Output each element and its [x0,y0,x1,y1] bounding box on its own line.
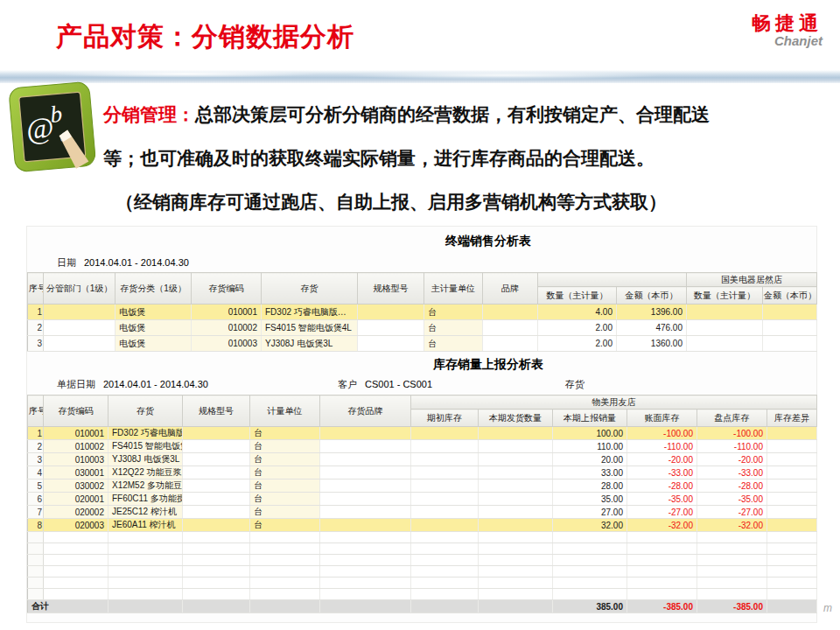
cell[interactable] [687,320,763,336]
column-header[interactable]: 期初库存 [411,410,479,427]
cell[interactable] [411,427,479,440]
column-header[interactable]: 本期上报销量 [553,410,627,427]
cell[interactable]: 100.00 [553,427,627,440]
cell[interactable] [627,589,697,600]
cell[interactable]: 台 [250,466,320,480]
cell[interactable]: -28.00 [627,480,697,493]
cell[interactable] [44,566,108,578]
cell[interactable]: FF60C11 多功能搅… [108,493,183,506]
cell[interactable] [479,506,553,519]
cell[interactable] [28,532,44,543]
cell[interactable] [411,466,479,480]
cell[interactable] [479,566,553,578]
cell[interactable] [479,453,553,466]
cell[interactable]: 8 [28,519,44,532]
cell[interactable] [358,336,424,352]
table-row[interactable]: 6020001FF60C11 多功能搅…台35.00-35.00-35.00 [28,493,817,506]
cell[interactable] [767,589,817,600]
cell[interactable]: 3 [28,336,44,352]
column-header[interactable]: 存货分类（1级） [116,273,192,304]
cell[interactable] [320,493,411,506]
column-header[interactable]: 序号 [28,396,44,427]
cell[interactable]: X12Q22 功能豆浆… [108,466,183,480]
cell[interactable] [183,453,250,466]
cell[interactable]: 3 [28,453,44,466]
inventory-report-grid[interactable]: 序号存货编码存货规格型号计量单位存货品牌物美用友店期初库存本期发货数量本期上报销… [27,395,817,613]
cell[interactable]: FD302 巧睿电脑版… [262,304,358,320]
cell[interactable] [411,493,479,506]
table-row[interactable]: 2010002FS4015 智能电饭煲4L台110.00-110.00-110.… [28,440,817,453]
cell[interactable] [767,555,817,566]
cell[interactable] [697,543,767,555]
cell[interactable]: 5 [28,480,44,493]
cell[interactable]: -32.00 [697,519,767,532]
cell[interactable] [320,466,411,480]
cell[interactable] [411,589,479,600]
cell[interactable] [483,320,538,336]
cell[interactable] [250,578,320,589]
cell[interactable] [108,566,183,578]
cell[interactable] [763,336,817,352]
cell[interactable] [320,578,411,589]
cell[interactable] [320,440,411,453]
cell[interactable] [320,519,411,532]
cell[interactable]: 台 [250,440,320,453]
cell[interactable]: FS4015 智能电饭煲4L [262,320,358,336]
cell[interactable]: 33.00 [553,466,627,480]
cell[interactable]: -110.00 [697,440,767,453]
cell[interactable] [320,453,411,466]
empty-row[interactable] [28,578,817,589]
cell[interactable] [627,566,697,578]
column-header[interactable]: 库存差异 [767,410,817,427]
cell[interactable] [320,543,411,555]
cell[interactable]: 110.00 [553,440,627,453]
column-header[interactable]: 盘点库存 [697,410,767,427]
column-header[interactable]: 存货 [108,396,183,427]
cell[interactable] [553,543,627,555]
table-row[interactable]: 3010003YJ308J 电饭煲3L台20.00-20.00-20.00 [28,453,817,466]
cell[interactable]: -35.00 [697,493,767,506]
cell[interactable]: JE60A11 榨汁机 [108,519,183,532]
cell[interactable] [767,440,817,453]
cell[interactable] [44,304,116,320]
cell[interactable] [479,543,553,555]
sales-report-date-filter[interactable]: 日期2014.04.01 - 2014.04.30 [57,256,189,270]
column-header[interactable]: 数量（主计量） [538,287,617,304]
cell[interactable] [697,566,767,578]
cell[interactable] [767,532,817,543]
cell[interactable] [411,506,479,519]
table-row[interactable]: 4030001X12Q22 功能豆浆…台33.00-33.00-33.00 [28,466,817,480]
cell[interactable]: -100.00 [627,427,697,440]
cell[interactable]: 010001 [44,427,108,440]
cell[interactable] [697,532,767,543]
cell[interactable]: 32.00 [553,519,627,532]
cell[interactable] [763,320,817,336]
cell[interactable] [697,578,767,589]
cell[interactable] [183,427,250,440]
column-header[interactable]: 存货编码 [192,273,262,304]
cell[interactable] [767,427,817,440]
cell[interactable] [28,555,44,566]
cell[interactable] [320,480,411,493]
cell[interactable] [44,589,108,600]
column-header[interactable]: 规格型号 [183,396,250,427]
cell[interactable]: 2 [28,320,44,336]
cell[interactable] [479,589,553,600]
cell[interactable]: 2.00 [538,336,617,352]
empty-row[interactable] [28,543,817,555]
cell[interactable]: -110.00 [627,440,697,453]
cell[interactable] [483,304,538,320]
column-header[interactable]: 存货 [262,273,358,304]
cell[interactable]: X12M52 多功能豆浆机 [108,480,183,493]
cell[interactable] [697,555,767,566]
cell[interactable] [28,578,44,589]
cell[interactable] [767,466,817,480]
column-header[interactable]: 金额（本币） [763,287,817,304]
cell[interactable] [767,453,817,466]
cell[interactable]: -35.00 [627,493,697,506]
doc-date-filter[interactable]: 单据日期2014.04.01 - 2014.04.30 [57,378,208,391]
cell[interactable]: 030001 [44,466,108,480]
cell[interactable]: 1360.00 [617,336,687,352]
cell[interactable]: 电饭煲 [116,336,192,352]
cell[interactable] [44,320,116,336]
